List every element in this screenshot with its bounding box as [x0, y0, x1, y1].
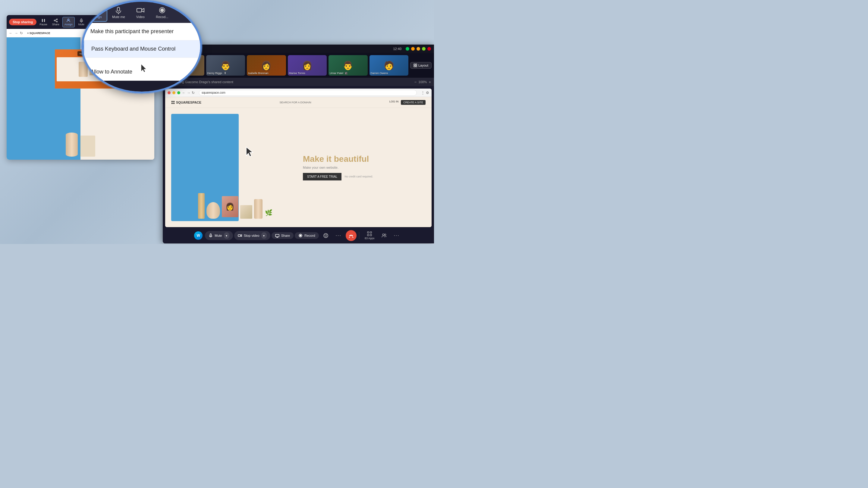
svg-rect-2	[42, 19, 43, 22]
svg-rect-18	[117, 7, 120, 11]
svg-rect-10	[81, 19, 82, 21]
svg-point-43	[326, 235, 327, 235]
svg-rect-23	[414, 64, 415, 65]
assign-button-magnified[interactable]: Assign	[86, 3, 107, 22]
main-webex-window: W Webex 12:40 👩 Clarissa Smith 👨 Henry R…	[163, 44, 434, 243]
make-presenter-item[interactable]: Make this participant the presenter	[83, 23, 200, 40]
allow-annotate-item[interactable]: Allow to Annotate	[83, 58, 200, 81]
sq-login-link[interactable]: LOG IN	[390, 100, 399, 105]
svg-point-50	[382, 234, 384, 235]
umar-presenter-badge: P	[345, 72, 347, 75]
mute-button-main[interactable]: Mute ▾	[205, 231, 233, 240]
sq-search-text: SEARCH FOR A DOMAIN	[279, 101, 311, 104]
svg-point-41	[324, 233, 328, 238]
pause-button[interactable]: Pause	[38, 17, 49, 27]
sq-mini-logo-text: ≡ SQUARESPACE	[27, 32, 50, 35]
assign-button-small[interactable]: Assign	[62, 17, 75, 27]
main-bottom-toolbar: W Mute ▾ Stop video ▾ Share Record	[163, 228, 434, 243]
svg-point-42	[324, 235, 325, 235]
video-chevron[interactable]: ▾	[261, 232, 267, 239]
clock: 12:40	[393, 47, 401, 51]
forward-btn-small[interactable]: →	[14, 31, 18, 35]
shared-content-bar: Viewing Giacomo Drago's shared content −…	[163, 78, 434, 86]
browser-address-bar[interactable]: squarespace.com	[199, 90, 417, 96]
sq-hero-text: Make it beautiful Make your own website.…	[300, 155, 426, 181]
participant-henry[interactable]: 👨 Henry Riggs 🎙	[206, 55, 245, 76]
shape-1	[66, 133, 78, 157]
apps-button-main[interactable]: 83 Apps	[362, 230, 378, 241]
mute-me-button-magnified[interactable]: Mute me	[108, 4, 129, 21]
sq-logo-icon	[171, 101, 175, 104]
umar-label: Umar Patel P	[330, 72, 367, 75]
sq-trial-btn[interactable]: START A FREE TRIAL	[303, 173, 341, 181]
svg-point-17	[95, 7, 98, 10]
svg-rect-33	[173, 103, 175, 104]
svg-line-44	[349, 237, 350, 238]
stop-video-button-main[interactable]: Stop video ▾	[234, 231, 270, 240]
maximize-button[interactable]	[422, 47, 426, 51]
minimize-button[interactable]	[416, 47, 420, 51]
svg-rect-46	[367, 232, 369, 233]
assign-dropdown-menu: Make this participant the presenter Pass…	[83, 23, 200, 81]
record-button-main[interactable]: Record	[295, 232, 318, 239]
participant-darren[interactable]: 🧑 Darren Owens	[370, 55, 409, 76]
browser-bookmark-btn[interactable]: ⋮	[421, 91, 425, 95]
svg-point-22	[161, 9, 164, 12]
stop-sharing-button[interactable]: Stop sharing	[9, 19, 36, 25]
refresh-btn-small[interactable]: ↻	[20, 31, 23, 35]
toolbar-divider	[359, 232, 359, 239]
browser-max-btn[interactable]	[177, 91, 180, 94]
webex-logo-bottom: W	[194, 231, 203, 240]
magnify-circle: Assign Mute me Video Recod...	[82, 0, 202, 93]
browser-settings-btn[interactable]: ⚙	[426, 91, 429, 95]
svg-rect-35	[238, 235, 241, 236]
svg-rect-49	[370, 234, 372, 236]
product-bottle-round	[207, 202, 220, 219]
close-button[interactable]	[427, 47, 431, 51]
phone-end-icon	[348, 233, 354, 238]
isabelle-label: Isabelle Brennan	[248, 72, 285, 75]
record-button-magnified[interactable]: Recod...	[152, 4, 173, 21]
svg-line-7	[55, 19, 56, 20]
people-button[interactable]	[378, 232, 390, 239]
sq-cta-row: START A FREE TRIAL No credit card requir…	[303, 173, 426, 181]
svg-rect-47	[370, 232, 372, 233]
svg-point-9	[68, 19, 69, 20]
sq-create-site-btn[interactable]: CREATE A SITE	[401, 100, 426, 105]
svg-point-6	[56, 21, 57, 22]
zoom-in-button[interactable]: +	[429, 80, 431, 84]
more-options-button[interactable]: ···	[333, 232, 344, 239]
participant-umar[interactable]: 👨 Umar Patel P	[329, 55, 368, 76]
status-indicator-green	[406, 47, 409, 51]
back-btn-small[interactable]: ←	[9, 31, 13, 35]
participant-marise[interactable]: 👩 Marise Torres	[288, 55, 327, 76]
sq-page-header: SQUARESPACE SEARCH FOR A DOMAIN LOG IN C…	[165, 97, 432, 108]
sq-header-actions: LOG IN CREATE A SITE	[390, 100, 426, 105]
apps-grid-icon	[367, 231, 372, 236]
browser-titlebar: ← → ↻ squarespace.com ⋮ ⚙	[165, 89, 432, 97]
emoji-button[interactable]	[320, 232, 332, 239]
pass-keyboard-item[interactable]: Pass Keyboard and Mouse Control	[83, 40, 200, 58]
content-cursor	[245, 146, 254, 159]
sq-hero-visual: 👩 🌿	[171, 114, 294, 221]
browser-close-btn[interactable]	[167, 91, 170, 94]
product-photo: 👩	[222, 196, 239, 217]
zoom-out-button[interactable]: −	[414, 80, 417, 84]
henry-icon: 🎙	[224, 72, 227, 75]
zoom-level: 100%	[418, 80, 427, 84]
marise-label: Marise Torres	[289, 72, 326, 75]
sq-cta-note: No credit card required.	[344, 175, 373, 178]
end-call-button[interactable]	[346, 230, 356, 241]
svg-rect-48	[367, 234, 369, 236]
mute-icon	[209, 233, 213, 238]
mute-chevron[interactable]: ▾	[224, 232, 229, 239]
browser-min-btn[interactable]	[173, 91, 176, 94]
share-button[interactable]: Share	[50, 17, 61, 27]
svg-rect-32	[172, 103, 173, 104]
more-button-right[interactable]: ···	[391, 232, 402, 239]
squarespace-page: SQUARESPACE SEARCH FOR A DOMAIN LOG IN C…	[165, 97, 432, 227]
share-button-main[interactable]: Share	[272, 232, 293, 239]
participant-isabelle[interactable]: 👩 Isabelle Brennan	[247, 55, 286, 76]
layout-button[interactable]: Layout	[410, 62, 432, 69]
video-button-magnified[interactable]: Video	[130, 4, 151, 21]
